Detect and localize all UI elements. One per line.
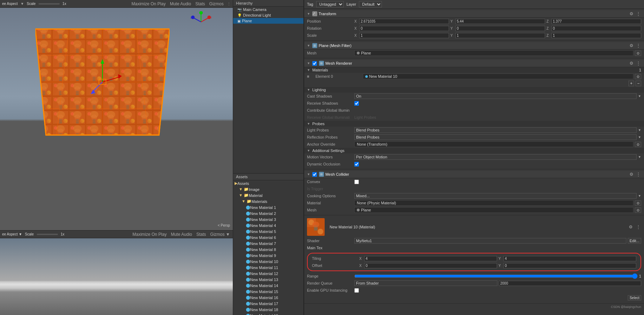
rot-y-input[interactable] [455, 26, 545, 31]
pos-x-input[interactable] [359, 19, 449, 24]
scale-z-input[interactable] [551, 33, 641, 38]
asset-mat-16[interactable]: ⬤ New Material 16 [233, 294, 303, 301]
tiling-xy: X Y [359, 256, 636, 261]
receive-shadows-checkbox[interactable] [354, 101, 359, 106]
aspect-select[interactable]: ee Aspect ▼ [2, 232, 22, 236]
gizmos-btn[interactable]: Gizmos [208, 1, 224, 6]
pos-z-input[interactable] [551, 19, 641, 24]
mesh-collider-header[interactable]: ▼ ⊞ Mesh Collider ⚙ ⋮ [304, 171, 644, 178]
mesh-select-btn[interactable]: ⊙ [635, 51, 641, 56]
mesh-renderer-settings-icon[interactable]: ⚙ [629, 61, 634, 66]
mute-audio-btn[interactable]: Mute Audio [169, 1, 192, 6]
offset-y-input[interactable] [503, 263, 636, 268]
mesh-filter-more-icon[interactable]: ⋮ [636, 43, 641, 48]
edit-shader-btn[interactable]: Edit... [628, 238, 641, 244]
hierarchy-item-directional-light[interactable]: 💡 Directional Light [233, 12, 303, 18]
layer-select[interactable]: Default [359, 1, 382, 7]
stats-game-btn[interactable]: Stats [196, 232, 207, 237]
lighting-subsection[interactable]: ▼ Lighting [304, 87, 644, 93]
asset-mat-11[interactable]: ⬤ New Material 11 [233, 264, 303, 270]
offset-x-label: X [359, 264, 364, 268]
motion-vectors-select[interactable]: Per Object Motion [354, 154, 637, 160]
element0-select-btn[interactable]: ⊙ [635, 74, 641, 79]
asset-mat-13[interactable]: ⬤ New Material 13 [233, 276, 303, 282]
offset-x-input[interactable] [364, 263, 497, 268]
scale-slider[interactable] [39, 3, 60, 5]
asset-folder-materials[interactable]: ▼ 📁 Materials [233, 198, 303, 204]
asset-folder-material-root[interactable]: ▼ 📁 Material [233, 192, 303, 198]
mesh-collider-more-icon[interactable]: ⋮ [636, 172, 641, 177]
light-probes-select[interactable]: Blend Probes [354, 127, 637, 133]
additional-settings-subsection[interactable]: ▼ Additional Settings [304, 148, 644, 153]
probes-subsection[interactable]: ▼ Probes [304, 121, 644, 127]
asset-mat-10[interactable]: ⬤ New Material 10 [233, 258, 303, 264]
material-more-icon[interactable]: ⋮ [636, 224, 641, 229]
transform-settings-icon[interactable]: ⚙ [629, 11, 634, 16]
asset-mat-17[interactable]: ⬤ New Material 17 [233, 301, 303, 307]
mesh-collider-enabled[interactable] [312, 172, 317, 177]
asset-mat-18[interactable]: ⬤ New Material 18 [233, 307, 303, 313]
asset-mat-9[interactable]: ⬤ New Material 9 [233, 252, 303, 258]
asset-mat-4[interactable]: ⬤ New Material 4 [233, 222, 303, 228]
asset-mat-19[interactable]: ⬤ New Material 19 [233, 313, 303, 315]
plane-grid [35, 25, 170, 139]
transform-header[interactable]: ▼ ⤢ Transform ⚙ ⋮ [304, 10, 644, 18]
reflection-probes-select[interactable]: Blend Probes [354, 134, 637, 140]
range-slider[interactable] [354, 273, 638, 279]
asset-mat-1[interactable]: ⬤ New Material 1 [233, 204, 303, 210]
game-scale-slider[interactable] [37, 234, 58, 235]
asset-mat-6[interactable]: ⬤ New Material 6 [233, 234, 303, 240]
more-options-icon[interactable]: ⋮ [227, 2, 231, 6]
texture-select-btn[interactable]: Select [628, 295, 641, 301]
asset-mat-8[interactable]: ⬤ New Material 8 [233, 246, 303, 252]
materials-remove-btn[interactable]: − [636, 81, 641, 86]
tag-select[interactable]: Untagged [316, 1, 344, 7]
asset-mat-2[interactable]: ⬤ New Material 2 [233, 210, 303, 216]
convex-checkbox[interactable] [354, 180, 359, 184]
tiling-y-input[interactable] [503, 256, 636, 261]
tiling-x-input[interactable] [364, 256, 497, 261]
collider-mesh-select-btn[interactable]: ⊙ [635, 208, 641, 213]
select-area: Select [304, 294, 644, 302]
asset-mat-14[interactable]: ⬤ New Material 14 [233, 282, 303, 288]
asset-folder-image[interactable]: ▼ 📁 Image [233, 186, 303, 192]
render-queue-select[interactable]: From Shader [354, 280, 497, 286]
cooking-options-select[interactable]: Mixed... [354, 193, 637, 199]
scale-x-input[interactable] [359, 33, 449, 38]
asset-mat-12[interactable]: ⬤ New Material 12 [233, 270, 303, 276]
asset-mat-15[interactable]: ⬤ New Material 15 [233, 288, 303, 294]
shader-select[interactable]: My/tietu1 [354, 238, 626, 244]
mesh-renderer-header[interactable]: ▼ ⊞ Mesh Renderer ⚙ ⋮ [304, 60, 644, 67]
aspect-dropdown[interactable]: ▼ [20, 2, 24, 6]
gizmos-game-btn[interactable]: Gizmos ▼ [209, 232, 231, 237]
rot-x-input[interactable] [359, 26, 449, 31]
materials-subsection[interactable]: ▼ Materials 1 [304, 67, 644, 73]
dynamic-occlusion-checkbox[interactable] [354, 162, 359, 167]
transform-more-icon[interactable]: ⋮ [636, 11, 641, 16]
mesh-renderer-enabled[interactable] [312, 61, 317, 66]
mesh-renderer-more-icon[interactable]: ⋮ [636, 61, 641, 66]
maximize-on-play-game-btn[interactable]: Maximize On Play [132, 232, 167, 237]
hierarchy-item-main-camera[interactable]: 📷 Main Camera [233, 7, 303, 12]
stats-btn[interactable]: Stats [195, 1, 206, 6]
mesh-filter-header[interactable]: ▼ ⊞ Plane (Mesh Filter) ⚙ ⋮ [304, 42, 644, 49]
asset-mat-7[interactable]: ⬤ New Material 7 [233, 240, 303, 246]
maximize-on-play-btn[interactable]: Maximize On Play [131, 1, 166, 6]
rot-z-input[interactable] [551, 26, 641, 31]
collider-material-select-btn[interactable]: ⊙ [635, 200, 641, 206]
material-settings-icon[interactable]: ⚙ [628, 224, 633, 229]
cast-shadows-select[interactable]: On [354, 93, 637, 99]
asset-mat-5[interactable]: ⬤ New Material 5 [233, 228, 303, 234]
enable-gpu-checkbox[interactable] [354, 288, 359, 293]
asset-root-assets[interactable]: ▶ Assets [233, 180, 303, 186]
mute-audio-game-btn[interactable]: Mute Audio [170, 232, 193, 237]
scale-y-input[interactable] [455, 33, 545, 38]
anchor-override-select-btn[interactable]: ⊙ [635, 142, 641, 147]
mesh-filter-settings-icon[interactable]: ⚙ [629, 43, 634, 48]
asset-mat-3[interactable]: ⬤ New Material 3 [233, 216, 303, 222]
mesh-collider-settings-icon[interactable]: ⚙ [629, 172, 634, 177]
hierarchy-item-plane[interactable]: ▣ Plane [233, 18, 303, 24]
pos-y-input[interactable] [455, 19, 545, 24]
materials-add-btn[interactable]: + [628, 81, 634, 86]
render-queue-num-input[interactable] [499, 281, 641, 286]
